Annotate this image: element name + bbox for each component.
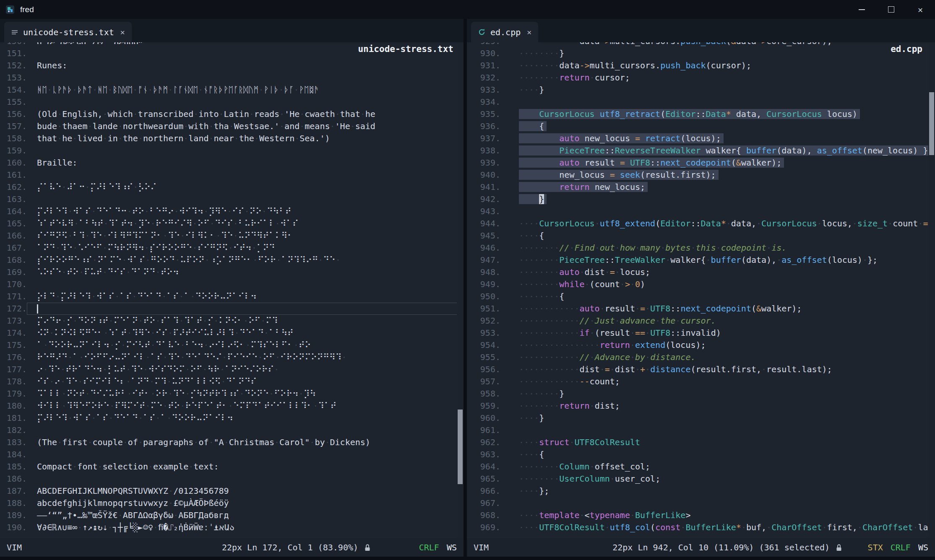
tab-close-icon[interactable]: ✕ <box>527 28 531 36</box>
code-line[interactable]: 173.⡍⠔⠙⠖·⡊·⠙⠕⠝⠰⠞·⠍⠑⠁⠝·⠞⠕·⠎⠁⠹·⠹⠁⠞·⡊·⠅⠝⠪⠂·… <box>0 315 464 327</box>
code-line[interactable]: 156.(Old·English,·which·transcribed·into… <box>0 108 464 120</box>
code-line[interactable]: 165.⠱⠁⠞⠑⠧⠻·⠁⠃⠳⠞·⠹⠁⠞⠲·⡹⠑·⠗⠑⠛⠊⠌⠻·⠕⠋·⠙⠊⠎·⠃⠥… <box>0 218 464 230</box>
code-line[interactable]: 953.············if·(result·==·UTF8::inva… <box>467 327 935 339</box>
code-line[interactable]: 950.········{ <box>467 290 935 303</box>
code-line[interactable]: 952.············//·Just·advance·the·curs… <box>467 315 935 327</box>
code-line[interactable]: 946.········//·Find·out·how·many·bytes·t… <box>467 242 935 254</box>
code-line[interactable]: 933.····} <box>467 84 935 96</box>
code-line[interactable]: 948.········auto·dist·=·locus; <box>467 266 935 278</box>
editor-ed-cpp[interactable]: 929.············data->multi_cursors.push… <box>467 42 935 538</box>
code-line[interactable]: 161. <box>0 169 464 181</box>
code-line[interactable]: 170. <box>0 278 464 290</box>
code-line[interactable]: 967. <box>467 497 935 509</box>
code-line[interactable]: 945.····{ <box>467 230 935 242</box>
line-number: 944. <box>467 218 500 230</box>
maximize-button[interactable] <box>876 0 906 19</box>
scrollbar[interactable] <box>928 42 935 538</box>
code-line[interactable]: 182. <box>0 424 464 436</box>
code-line[interactable]: 965.········UserColumn·user_col; <box>467 473 935 485</box>
code-line[interactable]: 954.················return·extend(locus)… <box>467 339 935 351</box>
code-line[interactable]: 937.········auto·new_locus·=·retract(loc… <box>467 132 935 145</box>
code-line[interactable]: 154.ᚻᛖ·ᚳᚹᚫᚦ·ᚦᚫᛏ·ᚻᛖ·ᛒᚢᛞᛖ·ᚩᚾ·ᚦᚫᛗ·ᛚᚪᚾᛞᛖ·ᚾᚩᚱ… <box>0 84 464 96</box>
code-line[interactable]: 181.⡍⠜⠇⠑⠹·⠺⠁⠎·⠁⠎·⠙⠑⠁⠙·⠁⠎·⠁·⠙⠕⠕⠗⠤⠝⠁⠊⠇⠲ <box>0 412 464 424</box>
code-line[interactable]: 932.········return·cursor; <box>467 72 935 84</box>
code-line[interactable]: 958.········} <box>467 388 935 400</box>
code-line[interactable]: 180.⠺⠊⠇⠇·⠹⠻⠑⠋⠕⠗⠑·⠏⠻⠍⠊⠞·⠍⠑·⠞⠕·⠗⠑⠏⠑⠁⠞⠂·⠑⠍⠏… <box>0 400 464 412</box>
scrollbar-thumb[interactable] <box>929 92 934 155</box>
code-line[interactable]: 158.that·he·lived·in·the·northern·land·n… <box>0 132 464 145</box>
code-line[interactable]: 187.ABCDEFGHIJKLMNOPQRSTUVWXYZ·/01234567… <box>0 485 464 497</box>
code-line[interactable]: 934. <box>467 96 935 108</box>
code-line[interactable]: 179.⠩⠁⠇⠇·⠝⠕⠞·⠙⠊⠌⠥⠗⠃·⠊⠞⠂·⠕⠗·⠹⠑·⡊⠳⠝⠞⠗⠹⠰⠎·⠙… <box>0 388 464 400</box>
line-number: 176. <box>0 351 27 363</box>
code-line[interactable]: 184. <box>0 449 464 461</box>
code-line[interactable]: 162.⡌⠁⠧⠑·⠼⠁⠒·⡍⠜⠇⠑⠹⠰⠎·⡣⠕⠌ <box>0 181 464 193</box>
code-line[interactable]: 176.⠗⠑⠛⠜⠙·⠁·⠊⠕⠋⠋⠔⠤⠝⠁⠊⠇·⠁⠎·⠹⠑·⠙⠑⠁⠙⠑⠌·⠏⠊⠑⠊… <box>0 351 464 363</box>
status-indicators: CRLFWS <box>375 542 457 552</box>
code-line[interactable]: 940.········new_locus·=·seek(result.firs… <box>467 169 935 181</box>
tab-close-icon[interactable]: ✕ <box>120 28 125 36</box>
code-line[interactable]: 153. <box>0 72 464 84</box>
code-line[interactable]: 177.⠔·⠹⠑·⠞⠗⠁⠙⠑⠲·⡃⠥⠞·⠹⠑·⠺⠊⠎⠙⠕⠍·⠕⠋·⠳⠗·⠁⠝⠊⠑… <box>0 363 464 376</box>
minimize-button[interactable] <box>847 0 876 19</box>
code-line[interactable]: 168.⡎⠊⠗⠕⠕⠛⠑⠰⠎·⠝⠁⠍⠑·⠺⠁⠎·⠛⠕⠕⠙·⠥⠏⠕⠝·⠰⡡⠁⠝⠛⠑⠂… <box>0 254 464 266</box>
code-line[interactable]: 951.············auto·result·=·UTF8::next… <box>467 303 935 315</box>
titlebar[interactable]: fred ✕ <box>0 0 935 19</box>
code-line[interactable]: 929.············data->multi_cursors.push… <box>467 42 935 47</box>
tab-unicode-stress[interactable]: unicode-stress.txt ✕ <box>4 22 132 42</box>
code-line[interactable]: 175.⠁·⠙⠕⠕⠗⠤⠝⠁⠊⠇⠲·⡊·⠍⠊⠣⠞·⠙⠁⠧⠑·⠃⠑⠲·⠔⠊⠇⠔⠫⠂·… <box>0 339 464 351</box>
code-line[interactable]: 942.····} <box>467 193 935 205</box>
scrollbar-thumb[interactable] <box>458 410 463 484</box>
code-line[interactable]: 941.········return·new_locus; <box>467 181 935 193</box>
code-line[interactable]: 956.············dist·=·dist·+·distance(r… <box>467 363 935 376</box>
code-line[interactable]: 939.········auto·result·=·UTF8::next_cod… <box>467 157 935 169</box>
scrollbar[interactable] <box>457 42 464 538</box>
code-line[interactable]: 188.abcdefghijklmnopqrstuvwxyz·£©µÀÆÖÞßé… <box>0 497 464 509</box>
code-line[interactable]: 189.—–‘“”„†•…‰™œŠŸž€·ΑΒΓΔΩαβγδω·АБВГДабв… <box>0 509 464 521</box>
editor-unicode-stress[interactable]: 150.ሰማይ·አይታረስ·ንጉሥ·አይከሰስ።151.152.Runes:15… <box>0 42 464 538</box>
code-line[interactable]: 167.⠁⠝⠙·⠹⠑·⠡⠊⠑⠋·⠍⠳⠗⠝⠻⠲·⡎⠊⠗⠕⠕⠛⠑·⠎⠊⠛⠝⠫·⠊⠞⠲… <box>0 242 464 254</box>
code-line[interactable]: 968.····template·<typename·BufferLike> <box>467 509 935 521</box>
code-line[interactable]: 963.····{ <box>467 449 935 461</box>
code-line[interactable]: 159. <box>0 145 464 157</box>
code-line[interactable]: 183.(The·first·couple·of·paragraphs·of·"… <box>0 436 464 449</box>
code-line[interactable]: 962.····struct·UTF8ColResult <box>467 436 935 449</box>
code-line[interactable]: 160.Braille: <box>0 157 464 169</box>
tab-ed-cpp[interactable]: ed.cpp ✕ <box>471 22 538 42</box>
code-line[interactable]: 155. <box>0 96 464 108</box>
code-line[interactable]: 943. <box>467 205 935 218</box>
code-line[interactable]: 931.········data->multi_cursors.push_bac… <box>467 60 935 72</box>
code-line[interactable]: 966.····}; <box>467 485 935 497</box>
code-line[interactable]: 955.············//·Advance·by·distance. <box>467 351 935 363</box>
code-line[interactable]: 938.········PieceTree::ReverseTreeWalker… <box>467 145 935 157</box>
code-line[interactable]: 961. <box>467 424 935 436</box>
code-line[interactable]: 186. <box>0 473 464 485</box>
code-line[interactable]: 949.········while·(count·>·0) <box>467 278 935 290</box>
code-line[interactable]: 163. <box>0 193 464 205</box>
code-line[interactable]: 185.Compact·font·selection·example·text: <box>0 461 464 473</box>
code-line[interactable]: 178.⠊⠎·⠔·⠹⠑·⠎⠊⠍⠊⠇⠑⠆·⠁⠝⠙·⠍⠹·⠥⠝⠙⠁⠇⠇⠪⠫·⠙⠁⠝⠙… <box>0 376 464 388</box>
code-line[interactable]: 944.····CursorLocus·utf8_extend(Editor::… <box>467 218 935 230</box>
pane-divider[interactable] <box>464 19 467 557</box>
code-line[interactable]: 936.····{ <box>467 120 935 132</box>
code-line[interactable]: 171.⡕⠇⠙·⡍⠜⠇⠑⠹·⠺⠁⠎·⠁⠎·⠙⠑⠁⠙·⠁⠎·⠁·⠙⠕⠕⠗⠤⠝⠁⠊⠇… <box>0 290 464 303</box>
code-line[interactable]: 157.bude·thaem·lande·northweardum·with·t… <box>0 120 464 132</box>
code-line[interactable]: 947.········PieceTree::TreeWalker·walker… <box>467 254 935 266</box>
code-line[interactable]: 174.⠪⠝·⠅⠝⠪⠇⠫⠛⠑⠂·⠱⠁⠞·⠹⠻⠑·⠊⠎·⠏⠜⠞⠊⠊⠥⠇⠜⠇⠹·⠙⠑… <box>0 327 464 339</box>
code-line[interactable]: 935.····CursorLocus·utf8_retract(Editor:… <box>467 108 935 120</box>
close-button[interactable]: ✕ <box>906 0 935 19</box>
code-line[interactable]: 169.⠡⠕⠎⠑·⠞⠕·⠏⠥⠞·⠙⠊⠎·⠙⠁⠝⠙·⠞⠕⠲ <box>0 266 464 278</box>
line-number: 178. <box>0 376 27 388</box>
code-line[interactable]: 959.········return·dist; <box>467 400 935 412</box>
code-line[interactable]: 172. <box>0 303 464 315</box>
code-line[interactable]: 969.····UTF8ColResult·utf8_col(const·Buf… <box>467 521 935 534</box>
code-line[interactable]: 960.····} <box>467 412 935 424</box>
code-line[interactable]: 930.········} <box>467 47 935 60</box>
code-line[interactable]: 166.⠎⠊⠛⠝⠫·⠃⠹·⠹⠑·⠊⠇⠻⠛⠹⠍⠁⠝⠂·⠹⠑·⠊⠇⠻⠅⠂·⠹⠑·⠥⠝… <box>0 230 464 242</box>
code-line[interactable]: 964.········Column·offset_col; <box>467 461 935 473</box>
code-line[interactable]: 164.⡍⠜⠇⠑⠹·⠺⠁⠎·⠙⠑⠁⠙⠒·⠞⠕·⠃⠑⠛⠔·⠺⠊⠹⠲·⡹⠻⠑·⠊⠎·… <box>0 205 464 218</box>
code-line[interactable]: 957.············--count; <box>467 376 935 388</box>
code-line[interactable]: 190.∀∂∈ℝ∧∪≡∞·↑↗↨↻⇣·┐┼╔╘░►☺♀·ﬁ�⑀₂ἠḂӥẄɐːˈ⍎… <box>0 521 464 534</box>
code-line[interactable]: 152.Runes: <box>0 60 464 72</box>
line-number: 942. <box>467 193 500 205</box>
